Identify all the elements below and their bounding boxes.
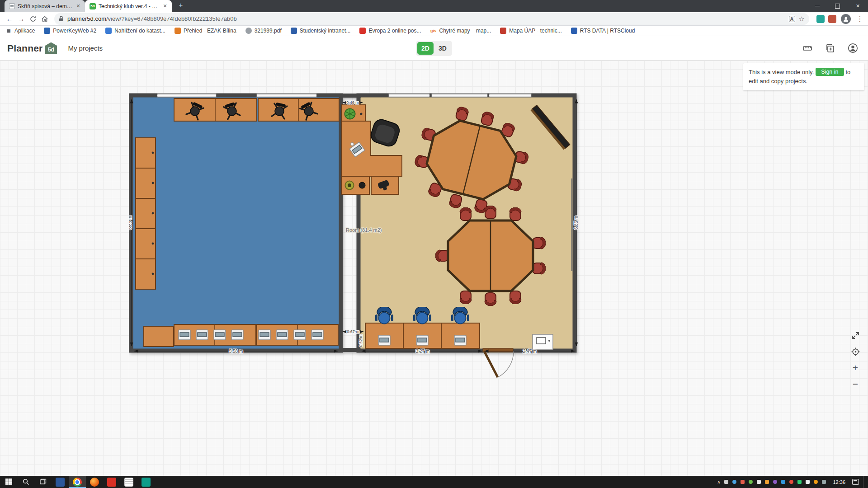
- zoom-out-button[interactable]: −: [850, 379, 861, 389]
- show-desktop-button[interactable]: [863, 476, 865, 488]
- extension-icon-2[interactable]: [828, 15, 836, 23]
- tray-icon[interactable]: [814, 480, 818, 484]
- bookmark-mapa-uap[interactable]: Mapa ÚAP - technic...: [500, 28, 562, 34]
- tray-icon[interactable]: [822, 480, 826, 484]
- bookmark-chytre-mapy[interactable]: gisChytré mapy – map...: [430, 28, 491, 34]
- planner5d-favicon-icon: 5d: [90, 3, 96, 9]
- planner5d-header: Planner 5d My projects 2D 3D: [0, 36, 868, 61]
- tab-close-icon[interactable]: ✕: [162, 3, 168, 9]
- tab-inactive[interactable]: Skříň spisová – demontovaná, 19 ✕: [5, 0, 85, 12]
- tray-icon[interactable]: [773, 480, 777, 484]
- measure-ruler-icon[interactable]: [802, 43, 813, 54]
- tray-icon[interactable]: [789, 480, 793, 484]
- home-button[interactable]: [39, 13, 51, 25]
- 3d-view-button[interactable]: 3D: [434, 42, 451, 55]
- task-view-icon[interactable]: [34, 476, 52, 488]
- tab-title: Technický klub ver.4 - Planner 5D: [99, 3, 159, 9]
- sign-in-button[interactable]: Sign in: [816, 68, 844, 76]
- svg-text:3.27 m: 3.27 m: [416, 349, 430, 354]
- cabinet-column-left[interactable]: [136, 138, 156, 289]
- bookmark-star-icon[interactable]: ☆: [799, 15, 805, 23]
- view-mode-notice: This is a view mode only.Sign into edit …: [743, 63, 864, 90]
- my-projects-link[interactable]: My projects: [68, 44, 103, 52]
- planner5d-logo[interactable]: Planner 5d: [7, 42, 57, 54]
- url-host: planner5d.com: [67, 15, 106, 22]
- tab-strip: Skříň spisová – demontovaná, 19 ✕ 5d Tec…: [0, 0, 186, 12]
- bookmark-evropa2[interactable]: Evropa 2 online pos...: [359, 28, 421, 34]
- tray-icon[interactable]: [765, 480, 769, 484]
- tray-icon[interactable]: [724, 480, 728, 484]
- desk-row-bottom[interactable]: [144, 324, 338, 347]
- wall-connector-top: [339, 94, 361, 98]
- bookmark-label: PowerKeyWeb #2: [53, 28, 96, 34]
- bookmark-ezak[interactable]: Přehled - EZAK Bílina: [175, 28, 236, 34]
- logo-text: Planner: [7, 43, 42, 54]
- window-right-room[interactable]: [389, 94, 531, 97]
- bookmarks-bar: ▦Aplikace PowerKeyWeb #2 Nahlížení do ka…: [0, 26, 868, 36]
- zoom-in-button[interactable]: +: [850, 362, 861, 373]
- plan-canvas[interactable]: Room (81.4 m2) 5.58 m 3.27 m 2.47 m 6.85…: [0, 61, 868, 476]
- 2d-view-button[interactable]: 2D: [417, 42, 434, 55]
- taskbar-search-icon[interactable]: [17, 476, 34, 488]
- svg-text:0.67 m: 0.67 m: [347, 329, 359, 334]
- workstations-bottom[interactable]: [365, 306, 480, 348]
- view-mode-toggle: 2D 3D: [416, 41, 452, 56]
- tray-icon[interactable]: [806, 480, 810, 484]
- minimize-button[interactable]: [807, 0, 827, 12]
- taskbar-clock[interactable]: 12:36: [830, 479, 848, 485]
- tab-active[interactable]: 5d Technický klub ver.4 - Planner 5D ✕: [85, 0, 172, 12]
- tray-icon[interactable]: [797, 480, 802, 484]
- action-center-icon[interactable]: [852, 479, 859, 485]
- tray-icon[interactable]: [757, 480, 761, 484]
- fullscreen-icon[interactable]: [850, 330, 861, 341]
- profile-avatar[interactable]: [841, 14, 851, 24]
- plant-cabinet[interactable]: [341, 105, 365, 123]
- tray-chevron-icon[interactable]: ∧: [717, 479, 720, 484]
- copy-project-icon[interactable]: [825, 43, 835, 54]
- tray-icon[interactable]: [741, 480, 745, 484]
- taskbar-app-firefox[interactable]: [86, 476, 103, 488]
- bookmark-rts-data[interactable]: RTS DATA | RTSCloud: [571, 28, 635, 34]
- floor-plan[interactable]: Room (81.4 m2) 5.58 m 3.27 m 2.47 m 6.85…: [129, 93, 581, 391]
- bookmark-aplikace[interactable]: ▦Aplikace: [5, 28, 35, 34]
- maximize-button[interactable]: [827, 0, 848, 12]
- account-icon[interactable]: [847, 43, 858, 54]
- apps-grid-icon: ▦: [5, 28, 12, 34]
- room-left-floor[interactable]: [131, 95, 341, 351]
- bookmark-powerkeyweb[interactable]: PowerKeyWeb #2: [44, 28, 96, 34]
- address-bar[interactable]: planner5d.com/view/?key=6748b809e74fdeb8…: [54, 13, 809, 25]
- bookmark-label: Chytré mapy – map...: [439, 28, 491, 34]
- taskbar-app-notepad[interactable]: [120, 476, 137, 488]
- tab-close-icon[interactable]: ✕: [75, 3, 81, 9]
- extension-icon-1[interactable]: [816, 15, 825, 23]
- browser-titlebar: Skříň spisová – demontovaná, 19 ✕ 5d Tec…: [0, 0, 868, 12]
- back-button[interactable]: ←: [4, 13, 15, 25]
- close-button[interactable]: ✕: [848, 0, 868, 12]
- translate-icon[interactable]: A: [789, 16, 795, 22]
- svg-text:0.46 m: 0.46 m: [346, 100, 359, 105]
- taskbar-app-red[interactable]: [103, 476, 120, 488]
- browser-menu-icon[interactable]: ⋮: [855, 15, 864, 23]
- bookmark-pdf[interactable]: 321939.pdf: [245, 28, 282, 34]
- new-tab-button[interactable]: +: [175, 0, 186, 11]
- door[interactable]: [483, 347, 514, 377]
- taskbar-app-mail[interactable]: [52, 476, 69, 488]
- bookmark-intranet[interactable]: Studentský intranet...: [291, 28, 351, 34]
- tray-icon[interactable]: [732, 480, 736, 484]
- url-text: planner5d.com/view/?key=6748b809e74fdeb8…: [67, 15, 237, 22]
- center-view-icon[interactable]: [850, 346, 861, 357]
- svg-text:0.52 m: 0.52 m: [359, 334, 363, 347]
- tray-icon[interactable]: [749, 480, 753, 484]
- gis-icon: gis: [430, 28, 437, 34]
- bookmark-katastr[interactable]: Nahlížení do katast...: [105, 28, 165, 34]
- start-button[interactable]: [0, 476, 17, 488]
- taskbar-app-teal[interactable]: [137, 476, 155, 488]
- svg-text:6.85 m: 6.85 m: [574, 216, 579, 230]
- forward-button[interactable]: →: [15, 13, 27, 25]
- notice-text: This is a view mode only.: [749, 69, 814, 75]
- reload-button[interactable]: [27, 13, 39, 25]
- taskbar-app-chrome[interactable]: [69, 476, 86, 488]
- room-area-label: Room (81.4 m2): [346, 227, 382, 233]
- tray-icon[interactable]: [781, 480, 785, 484]
- printer-unit[interactable]: [533, 334, 553, 350]
